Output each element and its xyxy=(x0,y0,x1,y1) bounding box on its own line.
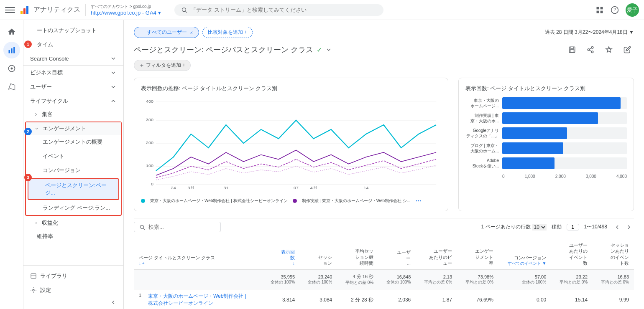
user-avatar[interactable]: 愛子 xyxy=(626,3,639,17)
sidebar-engagement[interactable]: エンゲージメント xyxy=(26,122,121,135)
sidebar-item-snapshot[interactable]: ートのスナップショット xyxy=(23,23,123,38)
edit-button[interactable] xyxy=(621,43,634,56)
add-comparison-button[interactable]: 比較対象を追加 + xyxy=(202,27,253,38)
svg-line-46 xyxy=(143,228,145,229)
search-bar[interactable] xyxy=(174,4,383,16)
collapse-sidebar[interactable] xyxy=(30,299,117,306)
page-number-input[interactable] xyxy=(567,224,579,230)
col-header-views-per-user[interactable]: ユーザー あたりのビ ュー xyxy=(416,239,457,270)
bar-row-1: 東京・大阪のホームページ... xyxy=(465,97,627,109)
row1-epu: 15.14 xyxy=(551,289,593,309)
col-header-events-per-user[interactable]: ユーザー あたりの イベント 数 xyxy=(551,239,593,270)
nav-advertising-icon[interactable] xyxy=(3,79,20,95)
search-input[interactable] xyxy=(191,7,377,13)
col-header-page-title[interactable]: ページ タイトルとスクリーン クラス ↓ + xyxy=(134,239,263,270)
chevron-left-icon[interactable] xyxy=(110,299,117,306)
sidebar-monetization[interactable]: 収益化 xyxy=(23,217,123,229)
sidebar-conversions[interactable]: コンバージョン xyxy=(26,163,121,177)
save-button[interactable] xyxy=(565,43,579,56)
svg-text:200: 200 xyxy=(146,141,153,145)
per-page-select[interactable]: 10 25 50 xyxy=(532,224,547,230)
col-header-events-per-session[interactable]: セッショ ンあたり のイベン ト数 xyxy=(593,239,634,270)
col-header-users[interactable]: ユーザ ー … xyxy=(378,239,416,270)
table-search[interactable] xyxy=(134,222,221,232)
sidebar-users[interactable]: ユーザー xyxy=(23,80,123,94)
date-range-selector[interactable]: 過去 28 日間 3月22〜2024年4月18日 ▼ xyxy=(545,29,634,36)
bar-row-5: AdobeStockを使い... xyxy=(465,157,627,169)
all-users-filter[interactable]: すべてのユーザー xyxy=(134,27,199,38)
table-search-input[interactable] xyxy=(148,224,215,230)
add-filter-button[interactable]: フィルタを追加 + xyxy=(134,60,191,71)
page-title-row: ページとスクリーン: ページパスとスクリーン クラス ✓ xyxy=(134,43,634,56)
sidebar-search-console[interactable]: Search Console xyxy=(23,52,123,66)
totals-er: 73.98% 平均との差 0% xyxy=(457,270,498,289)
nav-reports-icon[interactable] xyxy=(3,42,20,58)
sidebar-settings[interactable]: 設定 xyxy=(30,283,117,297)
sidebar-item-realtime[interactable]: タイム xyxy=(23,38,123,52)
svg-rect-5 xyxy=(601,10,603,13)
col-header-avg-session[interactable]: 平均セッ ション継 続時間 xyxy=(337,239,378,270)
line-chart-svg: 400 300 200 100 0 xyxy=(141,97,441,189)
svg-text:14: 14 xyxy=(364,185,369,189)
next-page-button[interactable] xyxy=(624,222,634,232)
help-icon[interactable]: ? xyxy=(611,6,619,14)
nav-explore-icon[interactable] xyxy=(3,60,20,77)
line-chart: 表示回数の推移: ページ タイトルとスクリーン クラス別 400 300 200… xyxy=(134,78,448,211)
verified-icon: ✓ xyxy=(317,46,322,54)
sidebar-landing-pages[interactable]: ランディング ページ:ラン... xyxy=(26,201,121,215)
col-header-conversions[interactable]: コンバージョン すべてのイベント ▼ xyxy=(498,239,551,270)
bar-fill-1 xyxy=(502,97,621,109)
col-header-engagement[interactable]: エンゲー ジメント 率 xyxy=(457,239,498,270)
sidebar-lifecycle[interactable]: ライフサイクル xyxy=(23,94,123,108)
bar-track-4 xyxy=(502,142,627,154)
table-pagination: 1 ページあたりの行数 10 25 50 移動 1〜10/498 xyxy=(481,222,634,232)
sidebar-acquisition-label: 集客 xyxy=(42,111,53,118)
badge-2: 2 xyxy=(24,128,32,135)
col-header-views[interactable]: 表示回 数 ↓ xyxy=(263,239,300,270)
bar-fill-4 xyxy=(502,142,563,154)
table-header: ページ タイトルとスクリーン クラス ↓ + 表示回 数 ↓ セッシ xyxy=(134,239,634,270)
property-selector[interactable]: すべてのアカウント > gpol.co.jp http://www.gpol.c… xyxy=(85,4,161,16)
main-content: すべてのユーザー 比較対象を追加 + 過去 28 日間 3月22〜2024年4月… xyxy=(124,20,644,309)
sidebar-pages-screens[interactable]: ページとスクリーン:ページ... xyxy=(28,178,119,200)
svg-rect-8 xyxy=(8,50,10,53)
totals-label xyxy=(134,270,263,289)
search-icon xyxy=(181,7,187,13)
col-header-sessions[interactable]: セッシ ョン xyxy=(300,239,337,270)
bar-row-4: ブログ | 東京・大阪のホーム... xyxy=(465,142,627,154)
nav-home-icon[interactable] xyxy=(3,23,20,40)
bar-label-5: AdobeStockを使い... xyxy=(465,158,499,169)
sidebar-icon-bar xyxy=(0,20,23,309)
sidebar-monetization-label: 収益化 xyxy=(42,219,58,227)
totals-views: 35,955 全体の 100% xyxy=(263,270,300,289)
svg-rect-4 xyxy=(597,10,599,13)
hamburger-menu[interactable] xyxy=(5,5,15,15)
totals-vpv: 2.13 平均との差 0% xyxy=(416,270,457,289)
share-button[interactable] xyxy=(584,43,597,56)
sidebar-events[interactable]: イベント xyxy=(26,149,121,163)
svg-text:?: ? xyxy=(613,8,616,12)
sidebar-business-goals[interactable]: ビジネス目標 xyxy=(23,66,123,80)
svg-point-19 xyxy=(591,47,593,49)
chevron-down-icon[interactable] xyxy=(325,46,332,53)
per-page-selector: 1 ページあたりの行数 10 25 50 xyxy=(481,223,547,230)
insights-button[interactable] xyxy=(602,43,616,56)
totals-epu: 23.22 平均との差 0% xyxy=(551,270,593,289)
svg-text:24: 24 xyxy=(171,185,176,189)
header-row: ページ タイトルとスクリーン クラス ↓ + 表示回 数 ↓ セッシ xyxy=(134,239,634,270)
sidebar-acquisition[interactable]: 集客 xyxy=(23,108,123,121)
sidebar-engagement-overview[interactable]: エンゲージメントの概要 xyxy=(26,135,121,149)
bar-track-1 xyxy=(502,97,627,109)
legend-dot-2 xyxy=(293,199,297,203)
property-name[interactable]: http://www.gpol.co.jp - GA4 ▾ xyxy=(91,10,161,16)
page-title: ページとスクリーン: ページパスとスクリーン クラス ✓ xyxy=(134,45,332,55)
close-icon[interactable] xyxy=(189,30,194,35)
totals-row: 35,955 全体の 100% 23,240 全体の 100% 4 分 16 秒… xyxy=(134,270,634,289)
sidebar-retention[interactable]: 維持率 xyxy=(23,229,123,243)
data-table: ページ タイトルとスクリーン クラス ↓ + 表示回 数 ↓ セッシ xyxy=(134,239,634,309)
svg-point-42 xyxy=(416,200,417,202)
grid-icon[interactable] xyxy=(595,6,604,14)
sidebar-library[interactable]: ライブラリ xyxy=(30,269,117,283)
prev-page-button[interactable] xyxy=(612,222,622,232)
more-icon[interactable] xyxy=(415,198,422,204)
